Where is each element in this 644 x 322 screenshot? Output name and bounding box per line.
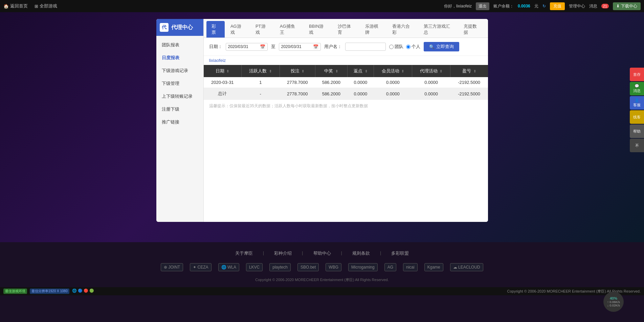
panel-messages[interactable]: 💬 消息 (630, 82, 644, 95)
tab-chess[interactable]: 乐游棋牌 (360, 21, 387, 38)
all-games-link[interactable]: ⊞ 全部游戏 (35, 3, 57, 9)
main-content: 彩票 AG游戏 PT游戏 AG捕鱼王 BBIN游戏 沙巴体育 乐游棋牌 香港六合… (204, 19, 488, 222)
radio-team[interactable]: 团队 (389, 44, 403, 50)
date-to-input[interactable] (281, 44, 312, 49)
notice-text: 温馨提示：仅保留最近35天的数据；活跃人数每小时获取最新数据，按小时整点更新数据 (204, 100, 488, 112)
cell-member-activity: 0.0000 (374, 77, 412, 88)
tab-lottery[interactable]: 彩票 (206, 21, 225, 38)
download-button[interactable]: ⬇ 下载中心 (613, 2, 641, 10)
logo-ag: AG (384, 263, 396, 271)
sort-arrow-date[interactable]: ⇕ (226, 69, 229, 73)
sidebar-item-register-sub[interactable]: 注册下级 (156, 103, 203, 116)
calendar-to-icon[interactable]: 📅 (313, 44, 318, 49)
date-from-wrap: 📅 (226, 43, 268, 51)
home-label: 返回首页 (10, 3, 28, 9)
user-display: lixiaofeiz (204, 56, 488, 65)
total-active-users: - (241, 88, 280, 100)
sidebar-item-promo-link[interactable]: 推广链接 (156, 116, 203, 129)
sort-arrow-active[interactable]: ⇕ (269, 69, 272, 73)
panel-customer-icon: 👤 (635, 98, 639, 102)
footer-link-about[interactable]: 关于摩臣 (235, 250, 253, 256)
footer-link-rules[interactable]: 规则条款 (352, 250, 370, 256)
logo-kgame: Kgame (424, 263, 443, 271)
panel-collapse[interactable]: 不 (630, 139, 644, 152)
search-icon: 🔍 (429, 44, 435, 49)
sidebar-item-sub-game-records[interactable]: 下级游戏记录 (156, 64, 203, 77)
radio-individual-input[interactable] (406, 45, 410, 49)
sort-arrow-profit[interactable]: ⇕ (473, 69, 476, 73)
tab-recharge-data[interactable]: 充提数据 (459, 21, 485, 38)
footer-logos: ⊕ JOINT ✦ CEZA 🌐 WLA LKVC playtech SBO.b… (0, 259, 644, 275)
footer-link-lottery-intro[interactable]: 彩种介绍 (274, 250, 292, 256)
greeting-text: 你好，lixiaofeiz (444, 3, 472, 9)
date-from-input[interactable] (228, 44, 259, 49)
panel-customer[interactable]: 👤 客服 (630, 96, 644, 110)
sort-arrow-member[interactable]: ⇕ (401, 69, 404, 73)
username-label: 用户名： (324, 44, 342, 50)
sidebar-item-daily-report[interactable]: 日度报表 (156, 51, 203, 64)
footer-links: 关于摩臣 | 彩种介绍 | 帮助中心 | 规则条款 | 多彩联盟 (0, 248, 644, 259)
sort-arrow-rebate[interactable]: ⇕ (365, 69, 368, 73)
radio-individual[interactable]: 个人 (406, 44, 420, 50)
col-header-member-activity: 会员活动 ⇕ (374, 65, 412, 77)
copyright-small: Copyright © 2006-2020 MORECHEER Entertai… (507, 289, 641, 293)
sort-arrow-agent[interactable]: ⇕ (440, 69, 442, 73)
col-header-bet: 投注 ⇕ (280, 65, 315, 77)
username-input[interactable] (345, 43, 386, 51)
logo-joint: ⊕ JOINT (161, 263, 183, 271)
tab-ag-games[interactable]: AG游戏 (225, 21, 250, 38)
recharge-button[interactable]: 充值 (550, 2, 565, 10)
tab-shaba-sports[interactable]: 沙巴体育 (333, 21, 359, 38)
radio-team-input[interactable] (389, 45, 394, 49)
sidebar-item-team-report[interactable]: 团队报表 (156, 39, 203, 51)
sort-arrow-bet[interactable]: ⇕ (302, 69, 304, 73)
message-badge[interactable]: 21 (601, 4, 609, 8)
total-member-activity: 0.0000 (374, 88, 412, 100)
date-separator: 至 (271, 44, 275, 50)
total-profit-loss: -2192.5000 (450, 88, 488, 100)
panel-online-label: 线客 (633, 115, 641, 120)
panel-help[interactable]: 帮助 (630, 124, 644, 138)
panel-casino[interactable]: 首存 (630, 68, 644, 81)
tab-bbin-games[interactable]: BBIN游戏 (304, 21, 332, 38)
tab-hk-lottery[interactable]: 香港六合彩 (387, 21, 418, 38)
logout-button[interactable]: 退出 (476, 2, 489, 10)
cell-bet: 2778.7000 (280, 77, 315, 88)
logo-wla: 🌐 WLA (218, 263, 239, 271)
top-nav: 🏠 返回首页 ⊞ 全部游戏 你好，lixiaofeiz 退出 账户余额： 0.0… (0, 0, 644, 12)
col-header-win: 中奖 ⇕ (315, 65, 347, 77)
logo-lkvc: LKVC (246, 263, 263, 271)
home-link[interactable]: 🏠 返回首页 (3, 3, 28, 9)
speed-indicator: 40% ↑ 0.06K/s ↓ 0.02K/s (603, 292, 624, 312)
copyright-text: Copyright © 2006-2020 MORECHEER Entertai… (255, 278, 388, 282)
radio-team-label: 团队 (395, 44, 403, 50)
panel-online[interactable]: 线客 (630, 110, 644, 124)
speed-down: ↓ 0.02K/s (607, 304, 620, 307)
footer-copyright: Copyright © 2006-2020 MORECHEER Entertai… (0, 275, 644, 284)
cell-active-users: 1 (241, 77, 280, 88)
footer-link-help[interactable]: 帮助中心 (313, 250, 331, 256)
data-table: 日期 ⇕ 活跃人数 ⇕ 投注 ⇕ 中奖 ⇕ (204, 65, 488, 100)
query-button[interactable]: 🔍 立即查询 (424, 42, 459, 51)
message-label: 消息 (589, 3, 597, 9)
calendar-from-icon[interactable]: 📅 (260, 44, 265, 49)
refresh-icon[interactable]: ↻ (542, 4, 546, 8)
total-label: 总计 (204, 88, 242, 100)
table-row: 2020-03-31 1 2778.7000 586.2000 0.0000 0… (204, 77, 488, 88)
tab-pt-games[interactable]: PT游戏 (250, 21, 274, 38)
logo-ceza: ✦ CEZA (190, 263, 211, 271)
sidebar-item-sub-management[interactable]: 下级管理 (156, 77, 203, 90)
sidebar: 代 代理中心 团队报表 日度报表 下级游戏记录 下级管理 上下级转账记录 注册下… (156, 19, 204, 222)
footer-link-alliance[interactable]: 多彩联盟 (391, 250, 409, 256)
sidebar-item-transfer-records[interactable]: 上下级转账记录 (156, 90, 203, 103)
panel-messages-label: 消息 (633, 88, 641, 93)
top-nav-left: 🏠 返回首页 ⊞ 全部游戏 (3, 3, 57, 9)
sort-arrow-win[interactable]: ⇕ (335, 69, 338, 73)
management-label[interactable]: 管理中心 (569, 3, 585, 9)
radio-group: 团队 个人 (389, 44, 420, 50)
total-row: 总计 - 2778.7000 586.2000 0.0000 0.0000 0.… (204, 88, 488, 100)
env-badge: 最佳游戏环境 (3, 289, 27, 294)
tab-ag-fishing[interactable]: AG捕鱼王 (275, 21, 303, 38)
download-label: 下载中心 (621, 3, 637, 9)
tab-third-party[interactable]: 第三方游戏汇总 (419, 21, 458, 38)
